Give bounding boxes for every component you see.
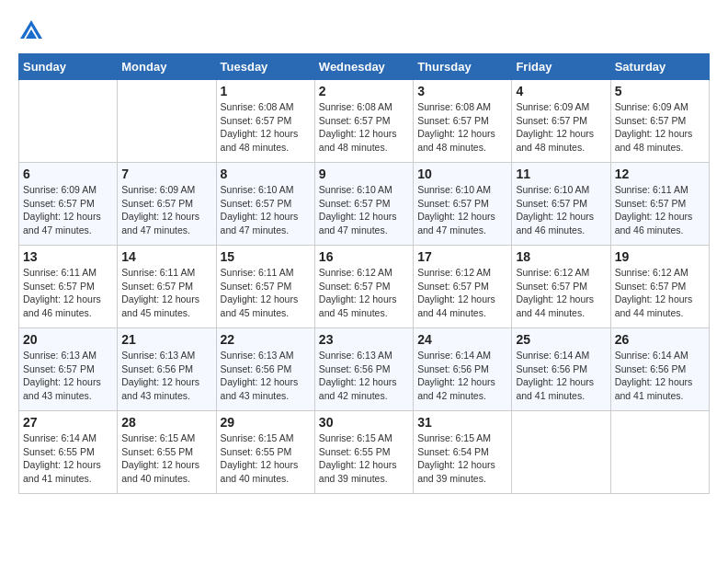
- day-cell: 17Sunrise: 6:12 AM Sunset: 6:57 PM Dayli…: [414, 246, 512, 328]
- day-detail: Sunrise: 6:11 AM Sunset: 6:57 PM Dayligh…: [121, 266, 211, 320]
- day-number: 23: [319, 332, 409, 347]
- day-cell: 5Sunrise: 6:09 AM Sunset: 6:57 PM Daylig…: [610, 80, 709, 163]
- day-number: 7: [121, 167, 211, 181]
- day-number: 3: [417, 84, 507, 98]
- day-number: 24: [417, 332, 507, 347]
- day-number: 9: [319, 167, 409, 181]
- day-detail: Sunrise: 6:12 AM Sunset: 6:57 PM Dayligh…: [516, 266, 606, 320]
- day-number: 11: [516, 167, 606, 181]
- day-detail: Sunrise: 6:09 AM Sunset: 6:57 PM Dayligh…: [615, 100, 705, 155]
- day-cell: 4Sunrise: 6:09 AM Sunset: 6:57 PM Daylig…: [512, 80, 610, 163]
- day-number: 31: [417, 415, 507, 430]
- day-number: 30: [319, 415, 409, 430]
- day-cell: 13Sunrise: 6:11 AM Sunset: 6:57 PM Dayli…: [19, 246, 118, 328]
- day-detail: Sunrise: 6:15 AM Sunset: 6:55 PM Dayligh…: [319, 431, 409, 486]
- day-detail: Sunrise: 6:12 AM Sunset: 6:57 PM Dayligh…: [417, 266, 507, 320]
- day-cell: 14Sunrise: 6:11 AM Sunset: 6:57 PM Dayli…: [118, 246, 216, 328]
- day-number: 13: [23, 249, 113, 264]
- day-detail: Sunrise: 6:12 AM Sunset: 6:57 PM Dayligh…: [615, 266, 705, 320]
- day-number: 6: [23, 167, 113, 181]
- header-cell-wednesday: Wednesday: [314, 54, 413, 80]
- day-number: 18: [516, 249, 606, 264]
- day-number: 19: [615, 249, 705, 264]
- day-number: 5: [615, 84, 705, 98]
- day-cell: 6Sunrise: 6:09 AM Sunset: 6:57 PM Daylig…: [19, 163, 118, 246]
- day-number: 8: [221, 167, 311, 181]
- day-cell: 12Sunrise: 6:11 AM Sunset: 6:57 PM Dayli…: [610, 163, 709, 246]
- day-detail: Sunrise: 6:14 AM Sunset: 6:55 PM Dayligh…: [23, 431, 113, 486]
- day-number: 15: [221, 249, 311, 264]
- header-cell-tuesday: Tuesday: [216, 54, 314, 80]
- day-detail: Sunrise: 6:08 AM Sunset: 6:57 PM Dayligh…: [221, 100, 311, 155]
- day-cell: 24Sunrise: 6:14 AM Sunset: 6:56 PM Dayli…: [414, 328, 512, 411]
- header-cell-monday: Monday: [118, 54, 216, 80]
- logo-icon: [18, 18, 44, 44]
- day-detail: Sunrise: 6:11 AM Sunset: 6:57 PM Dayligh…: [23, 266, 113, 320]
- day-cell: [610, 411, 709, 494]
- day-number: 12: [615, 167, 705, 181]
- day-cell: [118, 80, 216, 163]
- day-cell: 27Sunrise: 6:14 AM Sunset: 6:55 PM Dayli…: [19, 411, 118, 494]
- day-cell: 19Sunrise: 6:12 AM Sunset: 6:57 PM Dayli…: [610, 246, 709, 328]
- day-detail: Sunrise: 6:11 AM Sunset: 6:57 PM Dayligh…: [615, 183, 705, 237]
- day-detail: Sunrise: 6:09 AM Sunset: 6:57 PM Dayligh…: [516, 100, 606, 155]
- header-cell-saturday: Saturday: [610, 54, 709, 80]
- day-cell: [512, 411, 610, 494]
- day-cell: 15Sunrise: 6:11 AM Sunset: 6:57 PM Dayli…: [216, 246, 314, 328]
- day-detail: Sunrise: 6:11 AM Sunset: 6:57 PM Dayligh…: [221, 266, 311, 320]
- day-detail: Sunrise: 6:10 AM Sunset: 6:57 PM Dayligh…: [319, 183, 409, 237]
- day-cell: 28Sunrise: 6:15 AM Sunset: 6:55 PM Dayli…: [118, 411, 216, 494]
- week-row-3: 13Sunrise: 6:11 AM Sunset: 6:57 PM Dayli…: [19, 246, 710, 328]
- day-cell: 9Sunrise: 6:10 AM Sunset: 6:57 PM Daylig…: [314, 163, 413, 246]
- day-number: 10: [417, 167, 507, 181]
- logo: [18, 18, 48, 44]
- day-detail: Sunrise: 6:14 AM Sunset: 6:56 PM Dayligh…: [417, 349, 507, 403]
- day-number: 4: [516, 84, 606, 98]
- day-cell: 11Sunrise: 6:10 AM Sunset: 6:57 PM Dayli…: [512, 163, 610, 246]
- day-cell: 7Sunrise: 6:09 AM Sunset: 6:57 PM Daylig…: [118, 163, 216, 246]
- week-row-4: 20Sunrise: 6:13 AM Sunset: 6:57 PM Dayli…: [19, 328, 710, 411]
- week-row-1: 1Sunrise: 6:08 AM Sunset: 6:57 PM Daylig…: [19, 80, 710, 163]
- day-number: 1: [221, 84, 311, 98]
- day-cell: 22Sunrise: 6:13 AM Sunset: 6:56 PM Dayli…: [216, 328, 314, 411]
- day-cell: 26Sunrise: 6:14 AM Sunset: 6:56 PM Dayli…: [610, 328, 709, 411]
- day-detail: Sunrise: 6:15 AM Sunset: 6:55 PM Dayligh…: [221, 431, 311, 486]
- day-cell: [19, 80, 118, 163]
- day-number: 16: [319, 249, 409, 264]
- day-number: 21: [121, 332, 211, 347]
- day-number: 20: [23, 332, 113, 347]
- day-detail: Sunrise: 6:13 AM Sunset: 6:56 PM Dayligh…: [221, 349, 311, 403]
- day-number: 2: [319, 84, 409, 98]
- day-number: 14: [121, 249, 211, 264]
- day-detail: Sunrise: 6:09 AM Sunset: 6:57 PM Dayligh…: [23, 183, 113, 237]
- header-cell-sunday: Sunday: [19, 54, 118, 80]
- week-row-5: 27Sunrise: 6:14 AM Sunset: 6:55 PM Dayli…: [19, 411, 710, 494]
- day-detail: Sunrise: 6:08 AM Sunset: 6:57 PM Dayligh…: [417, 100, 507, 155]
- day-cell: 16Sunrise: 6:12 AM Sunset: 6:57 PM Dayli…: [314, 246, 413, 328]
- day-number: 29: [221, 415, 311, 430]
- header-cell-friday: Friday: [512, 54, 610, 80]
- day-detail: Sunrise: 6:15 AM Sunset: 6:54 PM Dayligh…: [417, 431, 507, 486]
- day-number: 27: [23, 415, 113, 430]
- day-cell: 18Sunrise: 6:12 AM Sunset: 6:57 PM Dayli…: [512, 246, 610, 328]
- week-row-2: 6Sunrise: 6:09 AM Sunset: 6:57 PM Daylig…: [19, 163, 710, 246]
- day-cell: 25Sunrise: 6:14 AM Sunset: 6:56 PM Dayli…: [512, 328, 610, 411]
- day-detail: Sunrise: 6:14 AM Sunset: 6:56 PM Dayligh…: [516, 349, 606, 403]
- day-cell: 20Sunrise: 6:13 AM Sunset: 6:57 PM Dayli…: [19, 328, 118, 411]
- day-detail: Sunrise: 6:13 AM Sunset: 6:56 PM Dayligh…: [121, 349, 211, 403]
- day-cell: 8Sunrise: 6:10 AM Sunset: 6:57 PM Daylig…: [216, 163, 314, 246]
- day-detail: Sunrise: 6:10 AM Sunset: 6:57 PM Dayligh…: [221, 183, 311, 237]
- day-detail: Sunrise: 6:08 AM Sunset: 6:57 PM Dayligh…: [319, 100, 409, 155]
- day-detail: Sunrise: 6:13 AM Sunset: 6:56 PM Dayligh…: [319, 349, 409, 403]
- day-detail: Sunrise: 6:09 AM Sunset: 6:57 PM Dayligh…: [121, 183, 211, 237]
- day-number: 17: [417, 249, 507, 264]
- day-cell: 3Sunrise: 6:08 AM Sunset: 6:57 PM Daylig…: [414, 80, 512, 163]
- day-detail: Sunrise: 6:10 AM Sunset: 6:57 PM Dayligh…: [516, 183, 606, 237]
- day-number: 28: [121, 415, 211, 430]
- day-detail: Sunrise: 6:15 AM Sunset: 6:55 PM Dayligh…: [121, 431, 211, 486]
- calendar-table: SundayMondayTuesdayWednesdayThursdayFrid…: [18, 53, 710, 494]
- day-cell: 30Sunrise: 6:15 AM Sunset: 6:55 PM Dayli…: [314, 411, 413, 494]
- header-cell-thursday: Thursday: [414, 54, 512, 80]
- day-cell: 31Sunrise: 6:15 AM Sunset: 6:54 PM Dayli…: [414, 411, 512, 494]
- day-detail: Sunrise: 6:10 AM Sunset: 6:57 PM Dayligh…: [417, 183, 507, 237]
